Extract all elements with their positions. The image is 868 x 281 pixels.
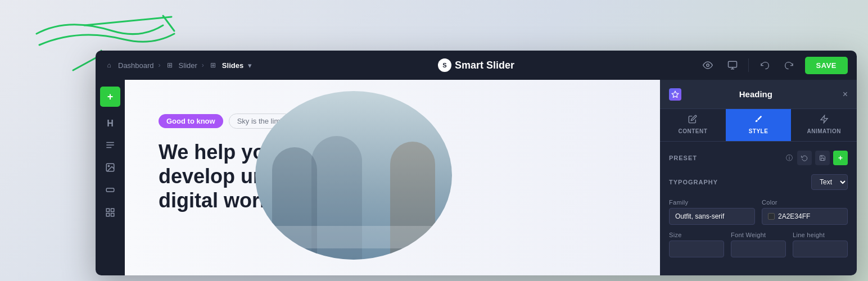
preset-info-icon[interactable]: ⓘ [786, 153, 793, 163]
svg-rect-9 [111, 209, 114, 211]
breadcrumb: ⌂ Dashboard › ⊞ Slider › ⊞ Slides ▾ [105, 61, 252, 70]
tab-content[interactable]: CONTENT [660, 109, 726, 141]
canvas-area: Good to know Sky is the limit We help yo… [125, 80, 660, 275]
svg-rect-7 [106, 188, 114, 192]
panel-close-button[interactable]: × [843, 89, 848, 99]
panel-body: PRESET ⓘ [660, 142, 857, 275]
nav-divider [748, 58, 749, 72]
family-label: Family [669, 199, 755, 206]
font-weight-label: Font Weight [731, 232, 786, 238]
family-input[interactable] [669, 208, 755, 225]
svg-marker-12 [672, 91, 679, 97]
svg-point-0 [706, 64, 709, 67]
breadcrumb-dashboard[interactable]: Dashboard [118, 61, 154, 70]
line-height-input[interactable] [793, 241, 848, 257]
color-input[interactable]: 2A2E34FF [762, 208, 848, 225]
preset-reset-button[interactable] [797, 151, 812, 165]
browser-chrome: ⌂ Dashboard › ⊞ Slider › ⊞ Slides ▾ S Sm… [96, 51, 857, 275]
right-panel: Heading × CONTENT STYLE [660, 80, 857, 275]
typography-select[interactable]: Text [811, 174, 848, 190]
size-label: Size [669, 232, 724, 238]
style-tab-icon [754, 115, 763, 126]
svg-rect-10 [111, 214, 114, 216]
brand-name: Smart Slider [455, 60, 514, 71]
image-icon [105, 162, 115, 175]
preview-button[interactable] [699, 56, 717, 74]
save-button[interactable]: SAVE [805, 57, 848, 74]
slides-dropdown-icon[interactable]: ▾ [248, 61, 252, 70]
undo-button[interactable] [756, 56, 774, 74]
preset-section: PRESET ⓘ [669, 151, 848, 165]
brand-icon: S [438, 58, 451, 72]
family-field-group: Family [669, 199, 755, 225]
panel-header: Heading × [660, 80, 857, 109]
grid-icon [105, 207, 115, 220]
style-tab-label: STYLE [749, 128, 768, 134]
plus-icon: + [107, 91, 114, 103]
home-icon: ⌂ [105, 61, 114, 70]
breadcrumb-sep-1: › [159, 61, 161, 69]
left-sidebar: + H [96, 80, 125, 275]
redo-button[interactable] [780, 56, 798, 74]
svg-point-6 [108, 165, 109, 166]
svg-rect-11 [106, 214, 109, 216]
panel-tabs: CONTENT STYLE ANIMATION [660, 109, 857, 142]
heading-icon: H [107, 119, 114, 129]
brand-logo: S Smart Slider [438, 58, 514, 72]
text-tool-button[interactable] [100, 136, 120, 156]
preset-save-button[interactable] [815, 151, 830, 165]
shape-tool-button[interactable] [100, 181, 120, 201]
typography-label: TYPOGRAPHY [669, 179, 811, 185]
size-input[interactable] [669, 241, 724, 257]
size-field-group: Size [669, 232, 724, 257]
main-content: + H [96, 80, 857, 275]
tab-animation[interactable]: ANIMATION [791, 109, 857, 141]
image-tool-button[interactable] [100, 158, 120, 179]
slider-icon: ⊞ [165, 61, 174, 70]
breadcrumb-slider[interactable]: Slider [179, 61, 197, 70]
svg-marker-13 [821, 115, 828, 123]
preset-actions [797, 151, 848, 165]
heading-tool-button[interactable]: H [100, 114, 120, 134]
size-weight-row: Size Font Weight Line height [669, 232, 848, 257]
color-label: Color [762, 199, 848, 206]
badge-good: Good to know [159, 114, 223, 128]
shape-icon [105, 185, 115, 197]
desktop-button[interactable] [724, 56, 742, 74]
content-tab-icon [688, 115, 697, 126]
slides-icon: ⊞ [209, 61, 218, 70]
animation-tab-icon [820, 115, 829, 126]
line-height-field-group: Line height [793, 232, 848, 257]
breadcrumb-slides[interactable]: Slides [222, 61, 243, 70]
slide-preview: Good to know Sky is the limit We help yo… [125, 80, 660, 275]
nav-actions: SAVE [699, 56, 848, 74]
tab-style[interactable]: STYLE [726, 109, 792, 141]
add-element-button[interactable]: + [100, 87, 120, 107]
content-tab-label: CONTENT [678, 128, 707, 134]
animation-tab-label: ANIMATION [807, 128, 840, 134]
preset-add-button[interactable] [833, 151, 848, 165]
breadcrumb-sep-2: › [202, 61, 204, 69]
grid-tool-button[interactable] [100, 203, 120, 224]
font-weight-input[interactable] [731, 241, 786, 257]
color-swatch [768, 213, 775, 220]
slide-image [255, 91, 452, 260]
svg-rect-8 [106, 209, 109, 211]
font-weight-field-group: Font Weight [731, 232, 786, 257]
top-nav: ⌂ Dashboard › ⊞ Slider › ⊞ Slides ▾ S Sm… [96, 51, 857, 80]
svg-rect-1 [728, 61, 736, 67]
panel-title: Heading [688, 89, 824, 99]
color-value: 2A2E34FF [778, 212, 810, 220]
panel-logo-icon [669, 88, 681, 101]
line-height-label: Line height [793, 232, 848, 238]
text-icon [105, 140, 115, 152]
color-field-group: Color 2A2E34FF [762, 199, 848, 225]
preset-label: PRESET [669, 155, 781, 161]
family-color-grid: Family Color 2A2E34FF [669, 199, 848, 225]
typography-section: TYPOGRAPHY Text [669, 174, 848, 190]
